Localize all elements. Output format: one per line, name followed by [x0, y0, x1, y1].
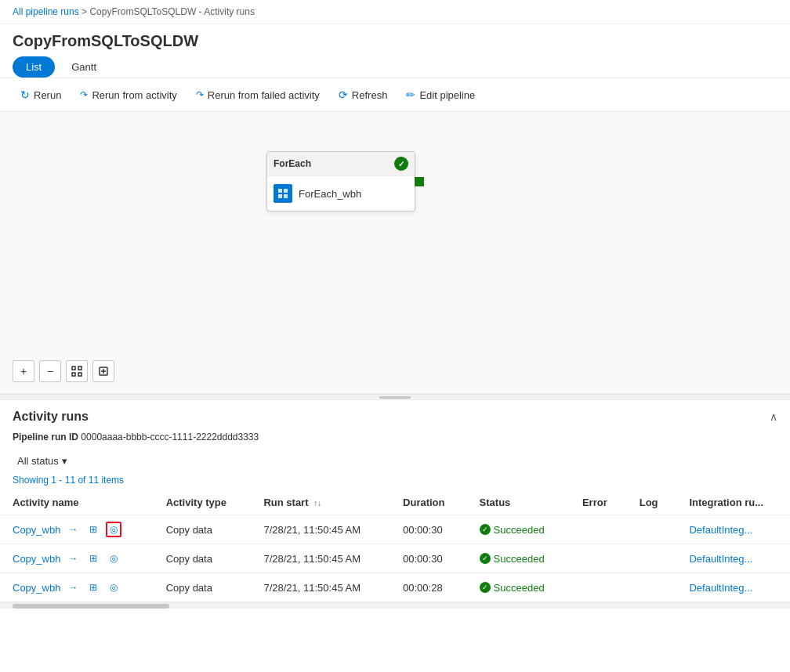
- panel-divider[interactable]: [0, 394, 790, 400]
- error-cell: [570, 544, 627, 573]
- tab-list[interactable]: List: [13, 56, 55, 78]
- activity-runs-table: Activity name Activity type Run start ↑↓…: [0, 490, 790, 602]
- rerun-from-failed-label: Rerun from failed activity: [208, 89, 320, 101]
- activity-node-success-icon: ✓: [394, 157, 408, 171]
- details-icon[interactable]: ◎: [106, 551, 121, 566]
- col-status: Status: [467, 490, 570, 515]
- col-activity-name: Activity name: [0, 490, 154, 515]
- table-row: Copy_wbh → ⊞ ◎ Copy data7/28/21, 11:50:4…: [0, 573, 790, 602]
- rerun-button[interactable]: ↻ Rerun: [13, 85, 69, 105]
- tab-bar: List Gantt: [0, 56, 790, 78]
- zoom-in-button[interactable]: +: [13, 360, 34, 382]
- integration-runtime-link[interactable]: DefaultInteg...: [689, 524, 752, 536]
- activity-name-link[interactable]: Copy_wbh: [13, 553, 60, 565]
- run-start-cell: 7/28/21, 11:50:45 AM: [251, 544, 390, 573]
- output-icon[interactable]: ⊞: [85, 580, 101, 595]
- refresh-button[interactable]: ⟳ Refresh: [331, 85, 396, 105]
- col-log: Log: [627, 490, 677, 515]
- activity-type-cell: Copy data: [154, 515, 252, 544]
- showing-label: Showing 1 - 11 of 11 items: [0, 473, 790, 490]
- activity-node-body: ForEach_wbh: [267, 176, 415, 211]
- breadcrumb: All pipeline runs > CopyFromSQLToSQLDW -…: [0, 0, 790, 24]
- activity-name-cell: Copy_wbh → ⊞ ◎: [0, 544, 154, 573]
- duration-cell: 00:00:30: [390, 544, 467, 573]
- filter-row: All status ▾: [0, 449, 790, 473]
- output-icon[interactable]: ⊞: [85, 551, 101, 566]
- rerun-icon: ↻: [20, 89, 30, 101]
- integration-runtime-cell: DefaultInteg...: [676, 515, 790, 544]
- integration-runtime-link[interactable]: DefaultInteg...: [689, 553, 752, 565]
- rerun-from-activity-icon: ↷: [80, 89, 88, 100]
- svg-rect-6: [72, 373, 75, 376]
- horizontal-scrollbar[interactable]: [0, 602, 790, 609]
- collapse-section-button[interactable]: ∧: [770, 410, 777, 423]
- status-success-icon: ✓: [480, 524, 491, 535]
- output-icon[interactable]: ⊞: [85, 522, 101, 537]
- integration-runtime-cell: DefaultInteg...: [676, 573, 790, 602]
- pipeline-run-id-label: Pipeline run ID: [13, 432, 78, 443]
- status-success-icon: ✓: [480, 553, 491, 564]
- refresh-label: Refresh: [352, 89, 388, 101]
- log-cell: [627, 515, 677, 544]
- col-duration: Duration: [390, 490, 467, 515]
- col-run-start: Run start ↑↓: [251, 490, 390, 515]
- sort-icon[interactable]: ↑↓: [313, 499, 321, 508]
- breadcrumb-current: CopyFromSQLToSQLDW - Activity runs: [89, 6, 255, 17]
- page-title: CopyFromSQLToSQLDW: [0, 24, 790, 56]
- activity-name-link[interactable]: Copy_wbh: [13, 582, 60, 594]
- status-text: Succeeded: [494, 553, 545, 565]
- activity-runs-header: Activity runs ∧: [0, 400, 790, 430]
- status-filter-dropdown[interactable]: All status ▾: [13, 452, 72, 470]
- filter-label: All status: [17, 455, 59, 467]
- error-cell: [570, 515, 627, 544]
- fit-view-button[interactable]: [66, 360, 88, 382]
- integration-runtime-link[interactable]: DefaultInteg...: [689, 582, 752, 594]
- refresh-icon: ⟳: [339, 89, 348, 101]
- svg-rect-7: [78, 373, 82, 376]
- zoom-out-button[interactable]: −: [39, 360, 61, 382]
- expand-button[interactable]: [92, 360, 114, 382]
- input-icon[interactable]: →: [65, 522, 81, 537]
- activity-node-label: ForEach: [274, 158, 311, 169]
- svg-rect-4: [72, 367, 75, 370]
- svg-rect-1: [284, 189, 288, 193]
- edit-pipeline-button[interactable]: ✏ Edit pipeline: [398, 85, 483, 105]
- svg-rect-0: [278, 189, 282, 193]
- pipeline-run-id-row: Pipeline run ID 0000aaaa-bbbb-cccc-1111-…: [0, 430, 790, 449]
- foreach-icon: [274, 184, 292, 203]
- status-text: Succeeded: [494, 582, 545, 594]
- activity-runs-title: Activity runs: [13, 410, 89, 424]
- node-connector: [415, 177, 424, 186]
- activity-type-cell: Copy data: [154, 544, 252, 573]
- log-cell: [627, 573, 677, 602]
- col-error: Error: [570, 490, 627, 515]
- rerun-from-failed-icon: ↷: [196, 89, 204, 100]
- duration-cell: 00:00:28: [390, 573, 467, 602]
- rerun-label: Rerun: [34, 89, 61, 101]
- canvas-area[interactable]: ForEach ✓ ForEach_wbh + −: [0, 112, 790, 394]
- input-icon[interactable]: →: [65, 580, 81, 595]
- activity-name-link[interactable]: Copy_wbh: [13, 524, 60, 536]
- run-start-cell: 7/28/21, 11:50:45 AM: [251, 573, 390, 602]
- showing-count: Showing 1 - 11 of 11 items: [13, 475, 124, 486]
- details-icon[interactable]: ◎: [106, 580, 121, 595]
- svg-rect-5: [78, 367, 82, 370]
- input-icon[interactable]: →: [65, 551, 81, 566]
- breadcrumb-parent-link[interactable]: All pipeline runs: [13, 6, 79, 17]
- duration-cell: 00:00:30: [390, 515, 467, 544]
- status-text: Succeeded: [494, 524, 545, 536]
- details-icon[interactable]: ◎: [106, 522, 121, 537]
- error-cell: [570, 573, 627, 602]
- activity-node-name: ForEach_wbh: [299, 188, 361, 200]
- activity-runs-section: Activity runs ∧ Pipeline run ID 0000aaaa…: [0, 400, 790, 602]
- filter-chevron-icon: ▾: [62, 455, 67, 467]
- rerun-from-activity-label: Rerun from activity: [92, 89, 176, 101]
- rerun-from-activity-button[interactable]: ↷ Rerun from activity: [72, 85, 184, 105]
- table-header-row: Activity name Activity type Run start ↑↓…: [0, 490, 790, 515]
- canvas-controls: + −: [13, 360, 114, 382]
- svg-rect-2: [278, 194, 282, 198]
- tab-gantt[interactable]: Gantt: [58, 56, 110, 78]
- edit-pipeline-icon: ✏: [406, 89, 415, 101]
- rerun-from-failed-button[interactable]: ↷ Rerun from failed activity: [188, 85, 328, 105]
- activity-node[interactable]: ForEach ✓ ForEach_wbh: [266, 151, 415, 211]
